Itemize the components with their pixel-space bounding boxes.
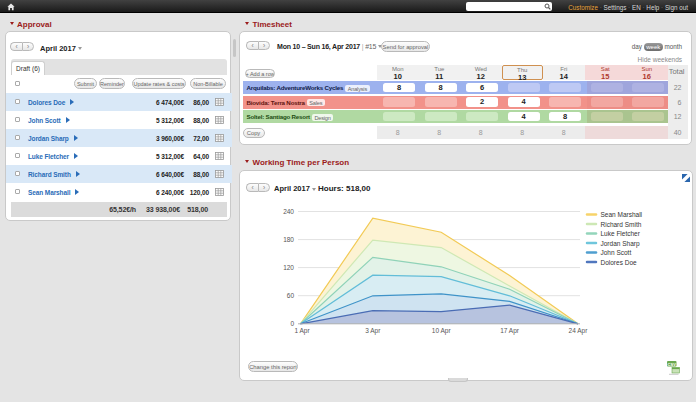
svg-text:Richard Smith: Richard Smith [601,221,642,228]
svg-text:180: 180 [283,236,294,243]
svg-text:3 Apr: 3 Apr [365,327,381,335]
svg-text:Luke Fletcher: Luke Fletcher [601,230,641,237]
svg-text:Jordan Sharp: Jordan Sharp [601,240,640,248]
svg-text:240: 240 [283,208,294,215]
svg-text:0: 0 [290,320,294,327]
svg-text:17 Apr: 17 Apr [500,327,520,335]
svg-text:24 Apr: 24 Apr [569,327,589,335]
svg-text:CSV: CSV [668,362,677,367]
svg-text:John Scott: John Scott [601,249,632,256]
svg-text:1 Apr: 1 Apr [294,327,310,335]
svg-text:Sean Marshall: Sean Marshall [601,211,643,218]
svg-text:10 Apr: 10 Apr [432,327,452,335]
svg-text:Dolores Doe: Dolores Doe [601,259,638,266]
svg-text:60: 60 [287,292,295,299]
svg-text:120: 120 [283,264,294,271]
